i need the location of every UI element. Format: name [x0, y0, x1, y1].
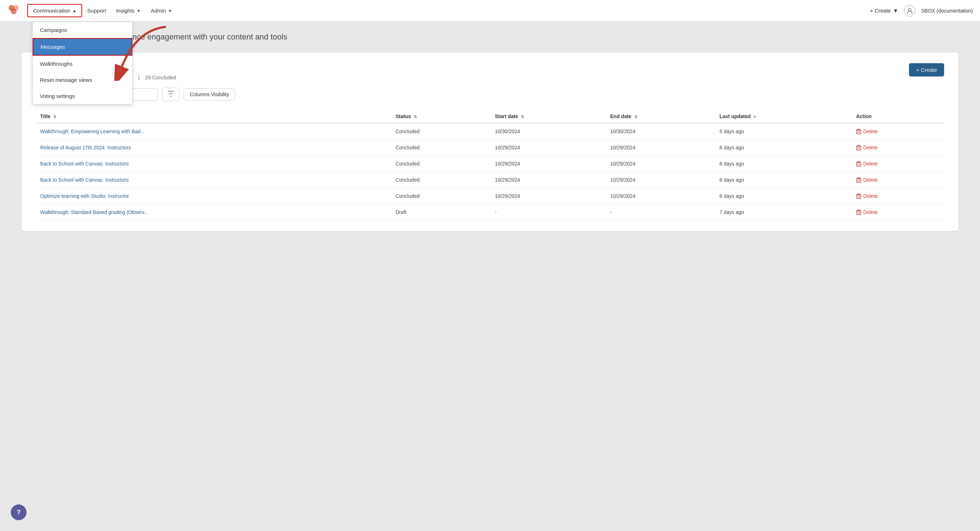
cell-end-date: 10/29/2024: [606, 188, 715, 204]
table-row: Back to School with Canvas: InstructorsC…: [36, 172, 944, 188]
cell-end-date: -: [606, 204, 715, 220]
table-row: Walkthrough: Standard Based grading (Obs…: [36, 204, 944, 220]
main-content: enhance engagement with your content and…: [0, 22, 980, 531]
concluded-stat: 29 Concluded: [145, 75, 176, 80]
cell-status: Concluded: [391, 140, 491, 156]
nav-right-actions: + Create ▼ SBOX (documentation): [870, 5, 973, 16]
cell-start-date: 10/29/2024: [491, 172, 606, 188]
delete-button[interactable]: Delete: [856, 209, 878, 215]
cell-action: Delete: [852, 172, 944, 188]
hero-text: enhance engagement with your content and…: [115, 32, 958, 41]
columns-visibility-button[interactable]: Columns Visibility: [184, 88, 235, 100]
col-end-date[interactable]: End date ⇅: [606, 110, 715, 123]
cell-end-date: 10/30/2024: [606, 123, 715, 140]
help-button[interactable]: ?: [11, 504, 27, 520]
col-title[interactable]: Title ⇅: [36, 110, 391, 123]
campaign-title-link[interactable]: Back to School with Canvas: Instructors: [40, 177, 129, 183]
filter-button[interactable]: [162, 88, 179, 101]
nav-communication[interactable]: Communication ▲: [27, 4, 82, 17]
campaigns-header: All campaigns 1 Running | 43 Drafts | 0 …: [36, 63, 944, 80]
filter-icon: [167, 91, 174, 97]
trash-icon: [856, 145, 861, 150]
cell-status: Concluded: [391, 188, 491, 204]
cell-action: Delete: [852, 123, 944, 140]
svg-rect-11: [857, 195, 861, 199]
delete-button[interactable]: Delete: [856, 129, 878, 134]
nav-create-button[interactable]: + Create ▼: [870, 8, 898, 14]
cell-start-date: 10/29/2024: [491, 140, 606, 156]
col-last-updated[interactable]: Last updated ▾: [715, 110, 852, 123]
create-campaign-button[interactable]: + Create: [909, 63, 944, 77]
sort-icon: ⇅: [521, 115, 524, 119]
sort-icon-active: ▾: [754, 115, 756, 119]
campaigns-section: All campaigns 1 Running | 43 Drafts | 0 …: [22, 53, 958, 231]
cell-last-updated: 6 days ago: [715, 140, 852, 156]
trash-icon: [856, 161, 861, 167]
cell-action: Delete: [852, 188, 944, 204]
cell-start-date: 10/30/2024: [491, 123, 606, 140]
table-row: Optimize learning with Studio: Instructo…: [36, 188, 944, 204]
trash-icon: [856, 209, 861, 215]
cell-start-date: 10/29/2024: [491, 188, 606, 204]
sort-icon: ⇅: [414, 115, 417, 119]
col-action: Action: [852, 110, 944, 123]
cell-status: Draft: [391, 204, 491, 220]
chevron-up-icon: ▲: [72, 9, 76, 13]
cell-last-updated: 6 days ago: [715, 156, 852, 172]
col-start-date[interactable]: Start date ⇅: [491, 110, 606, 123]
campaigns-table: Title ⇅ Status ⇅ Start date ⇅ End date ⇅…: [36, 110, 944, 220]
cell-end-date: 10/29/2024: [606, 156, 715, 172]
campaign-title-link[interactable]: Optimize learning with Studio: Instructo…: [40, 193, 129, 199]
top-navigation: Communication ▲ Support Insights ▼ Admin…: [0, 0, 980, 22]
svg-point-2: [11, 9, 16, 14]
cell-title: Back to School with Canvas: Instructors: [36, 156, 391, 172]
campaign-title-link[interactable]: Walkthrough: Empowering Learning with Ba…: [40, 129, 145, 134]
table-row: Release of August 17th 2024: Instructors…: [36, 140, 944, 156]
user-icon[interactable]: [904, 5, 915, 16]
campaign-title-link[interactable]: Release of August 17th 2024: Instructors: [40, 145, 131, 150]
cell-title: Back to School with Canvas: Instructors: [36, 172, 391, 188]
table-row: Back to School with Canvas: InstructorsC…: [36, 156, 944, 172]
cell-end-date: 10/29/2024: [606, 140, 715, 156]
cell-status: Concluded: [391, 123, 491, 140]
nav-admin[interactable]: Admin ▼: [146, 5, 177, 16]
chevron-down-icon: ▼: [137, 9, 141, 13]
app-logo[interactable]: [7, 3, 27, 18]
cell-status: Concluded: [391, 172, 491, 188]
delete-button[interactable]: Delete: [856, 193, 878, 199]
nav-support[interactable]: Support: [82, 5, 111, 16]
sort-icon: ⇅: [53, 115, 56, 119]
svg-rect-10: [857, 179, 861, 182]
table-header: Title ⇅ Status ⇅ Start date ⇅ End date ⇅…: [36, 110, 944, 123]
campaigns-table-body: Walkthrough: Empowering Learning with Ba…: [36, 123, 944, 220]
campaign-title-link[interactable]: Walkthrough: Standard Based grading (Obs…: [40, 209, 148, 215]
cell-last-updated: 7 days ago: [715, 204, 852, 220]
campaigns-toolbar: Columns Visibility: [36, 88, 944, 101]
svg-point-3: [908, 8, 911, 11]
delete-button[interactable]: Delete: [856, 145, 878, 150]
campaign-title-link[interactable]: Back to School with Canvas: Instructors: [40, 161, 129, 167]
dropdown-campaigns[interactable]: Campaigns: [33, 22, 132, 38]
dropdown-reset-message-views[interactable]: Reset message views: [33, 72, 132, 88]
dropdown-voting-settings[interactable]: Voting settings: [33, 88, 132, 104]
delete-button[interactable]: Delete: [856, 161, 878, 167]
dropdown-walkthroughs[interactable]: Walkthroughs: [33, 56, 132, 72]
cell-start-date: 10/29/2024: [491, 156, 606, 172]
cell-title: Optimize learning with Studio: Instructo…: [36, 188, 391, 204]
svg-rect-9: [857, 162, 861, 166]
delete-button[interactable]: Delete: [856, 177, 878, 183]
org-label: SBOX (documentation): [921, 8, 973, 14]
cell-action: Delete: [852, 156, 944, 172]
col-status[interactable]: Status ⇅: [391, 110, 491, 123]
cell-action: Delete: [852, 140, 944, 156]
cell-status: Concluded: [391, 156, 491, 172]
communication-dropdown: Campaigns Messages Walkthroughs Reset me…: [32, 22, 133, 104]
dropdown-messages[interactable]: Messages: [33, 38, 132, 56]
chevron-down-icon: ▼: [893, 8, 898, 14]
cell-action: Delete: [852, 204, 944, 220]
trash-icon: [856, 193, 861, 199]
nav-insights[interactable]: Insights ▼: [111, 5, 146, 16]
trash-icon: [856, 129, 861, 134]
table-row: Walkthrough: Empowering Learning with Ba…: [36, 123, 944, 140]
cell-last-updated: 5 days ago: [715, 123, 852, 140]
